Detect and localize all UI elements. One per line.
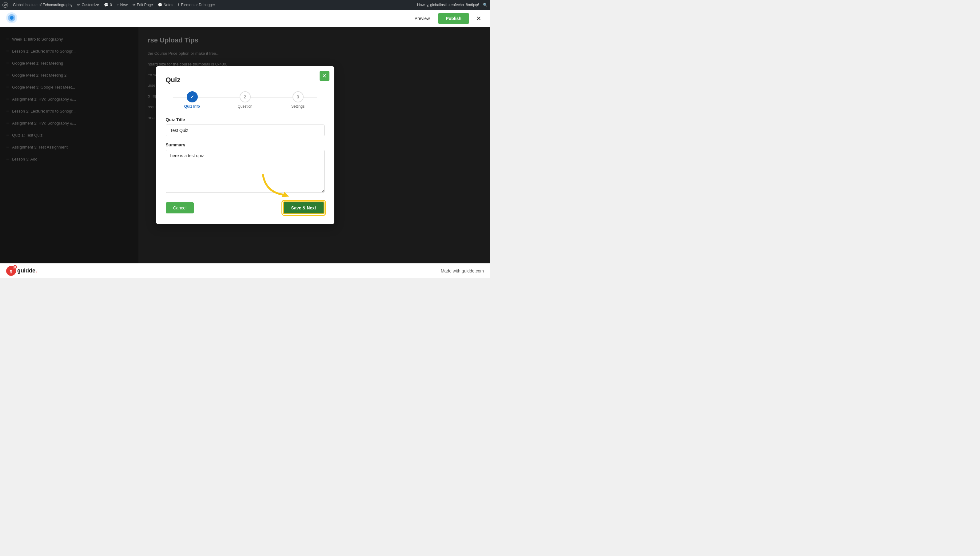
modal-footer: Cancel Save & Next xyxy=(166,201,325,214)
guidde-logo-container: g 8 guidde. xyxy=(6,266,37,276)
step-settings: 3 Settings xyxy=(272,91,325,108)
comments-icon: 💬 xyxy=(104,3,108,7)
admin-bar: W Global Institute of Echocardiography ✏… xyxy=(0,0,490,10)
search-icon[interactable]: 🔍 xyxy=(483,3,488,7)
summary-label: Summary xyxy=(166,142,325,147)
save-next-button[interactable]: Save & Next xyxy=(283,201,325,214)
summary-group: Summary here is a test quiz xyxy=(166,142,325,194)
customize-icon: ✏ xyxy=(77,3,80,7)
edit-page-item[interactable]: ✏ Edit Page xyxy=(133,3,153,7)
elementor-logo xyxy=(6,12,17,23)
svg-text:W: W xyxy=(4,3,7,7)
step-2-label: Question xyxy=(238,104,252,108)
step-3-label: Settings xyxy=(291,104,304,108)
comments-item[interactable]: 💬 0 xyxy=(104,3,112,7)
quiz-title-input[interactable] xyxy=(166,124,325,136)
step-2-circle: 2 xyxy=(239,91,251,102)
quiz-title-label: Quiz Title xyxy=(166,117,325,122)
stepper: ✓ Quiz Info 2 Question 3 Settings xyxy=(166,91,325,108)
info-icon: ℹ xyxy=(178,3,180,7)
main-content: ≡ Week 1: Intro to Sonography ≡ Lesson 1… xyxy=(0,27,490,263)
guidde-letter: g xyxy=(10,268,13,273)
close-editor-button[interactable]: ✕ xyxy=(474,13,484,23)
cancel-button[interactable]: Cancel xyxy=(166,202,194,213)
step-quiz-info: ✓ Quiz Info xyxy=(166,91,219,108)
quiz-modal: Quiz ✕ ✓ Quiz Info 2 Question 3 Settings xyxy=(156,66,334,224)
modal-close-button[interactable]: ✕ xyxy=(320,71,330,81)
new-label: New xyxy=(120,3,128,7)
site-name: Global Institute of Echocardiography xyxy=(13,3,72,7)
debugger-label: Elementor Debugger xyxy=(181,3,215,7)
quiz-title-group: Quiz Title xyxy=(166,117,325,136)
editor-header-actions: Preview Publish ✕ xyxy=(411,13,484,24)
modal-title: Quiz xyxy=(166,76,325,84)
wp-logo-item[interactable]: W xyxy=(2,2,8,8)
guidde-dot: . xyxy=(36,268,37,274)
site-name-item[interactable]: Global Institute of Echocardiography xyxy=(13,3,72,7)
edit-page-label: Edit Page xyxy=(137,3,153,7)
guidde-logo-icon: g 8 xyxy=(6,266,16,276)
customize-label: Customize xyxy=(81,3,99,7)
svg-point-4 xyxy=(10,16,13,20)
edit-icon: ✏ xyxy=(133,3,136,7)
customize-item[interactable]: ✏ Customize xyxy=(77,3,99,7)
debugger-item[interactable]: ℹ Elementor Debugger xyxy=(178,3,215,7)
guidde-word: guidde xyxy=(17,268,36,274)
notes-label: Notes xyxy=(163,3,173,7)
notes-icon: 💬 xyxy=(158,3,162,7)
publish-button[interactable]: Publish xyxy=(438,13,469,24)
wordpress-icon: W xyxy=(2,2,8,8)
step-question: 2 Question xyxy=(219,91,272,108)
admin-bar-right: Howdy, globalinstituteofecho_8m6pq6 🔍 xyxy=(417,3,488,7)
bottom-bar: g 8 guidde. Made with guidde.com xyxy=(0,263,490,278)
editor-logo-container xyxy=(6,12,17,24)
new-icon: + xyxy=(117,3,119,7)
guidde-badge: 8 xyxy=(13,265,17,269)
new-item[interactable]: + New xyxy=(117,3,128,7)
step-3-circle: 3 xyxy=(293,91,304,102)
step-1-circle: ✓ xyxy=(187,91,198,102)
editor-header: Preview Publish ✕ xyxy=(0,10,490,27)
user-greeting: Howdy, globalinstituteofecho_8m6pq6 xyxy=(417,3,479,7)
step-1-label: Quiz Info xyxy=(184,104,200,108)
summary-textarea[interactable]: here is a test quiz xyxy=(166,150,325,193)
preview-button[interactable]: Preview xyxy=(411,13,434,23)
guidde-brand-name: guidde. xyxy=(17,268,37,274)
comments-count: 0 xyxy=(110,3,112,7)
notes-item[interactable]: 💬 Notes xyxy=(158,3,173,7)
made-with-text: Made with guidde.com xyxy=(441,268,484,273)
modal-overlay: Quiz ✕ ✓ Quiz Info 2 Question 3 Settings xyxy=(0,27,490,263)
